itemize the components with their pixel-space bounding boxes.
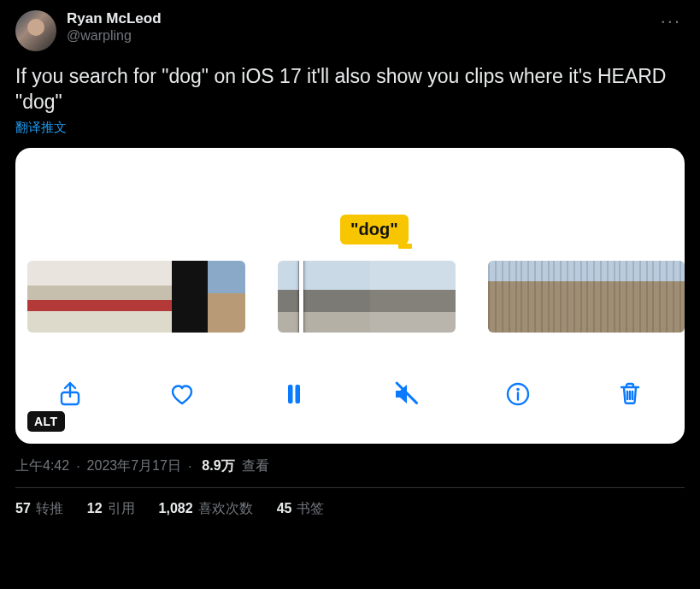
tweet-text: If you search for "dog" on iOS 17 it'll …	[15, 63, 685, 115]
clip-frame	[370, 261, 456, 333]
divider	[15, 487, 685, 488]
clip-group[interactable]	[27, 261, 245, 333]
more-icon[interactable]: ···	[657, 10, 685, 32]
speaker-slash-icon[interactable]	[389, 377, 423, 411]
translate-link[interactable]: 翻译推文	[15, 120, 685, 136]
author-names[interactable]: Ryan McLeod @warpling	[67, 10, 162, 44]
stat-retweets[interactable]: 57转推	[15, 500, 63, 518]
clip-frame	[521, 261, 553, 333]
clip-group[interactable]	[488, 261, 685, 333]
clip-frame	[324, 261, 370, 333]
share-icon[interactable]	[53, 377, 87, 411]
tweet-date[interactable]: 2023年7月17日	[87, 457, 181, 475]
svg-rect-2	[296, 385, 301, 403]
views-count[interactable]: 8.9万	[202, 457, 234, 475]
svg-rect-1	[288, 385, 293, 403]
clip-frame	[208, 261, 245, 333]
info-icon[interactable]	[501, 377, 535, 411]
clip-frame	[488, 261, 521, 333]
stat-quotes[interactable]: 12引用	[87, 500, 135, 518]
clip-frame	[586, 261, 619, 333]
video-scrubber-row[interactable]	[15, 257, 685, 336]
media-toolbar	[15, 367, 685, 421]
tweet-time[interactable]: 上午4:42	[15, 457, 69, 475]
svg-point-5	[516, 388, 520, 392]
tweet-stats-row: 57转推 12引用 1,082喜欢次数 45书签	[15, 500, 685, 518]
playhead[interactable]	[299, 261, 303, 333]
alt-badge[interactable]: ALT	[27, 411, 65, 432]
heart-icon[interactable]	[165, 377, 199, 411]
clip-frame	[99, 261, 135, 333]
clip-frame	[619, 261, 651, 333]
clip-group-active[interactable]	[278, 261, 455, 333]
pause-icon[interactable]	[277, 377, 311, 411]
clip-frame	[63, 261, 99, 333]
avatar[interactable]	[15, 10, 56, 51]
meta-separator: ·	[188, 459, 191, 474]
display-name: Ryan McLeod	[67, 10, 162, 27]
search-term-marker	[398, 244, 412, 249]
media-attachment[interactable]: "dog"	[15, 148, 685, 444]
clip-frame	[172, 261, 208, 333]
search-term-badge: "dog"	[340, 215, 409, 244]
clip-frame	[652, 261, 685, 333]
tweet-meta: 上午4:42 · 2023年7月17日 · 8.9万 查看	[15, 457, 685, 475]
trash-icon[interactable]	[613, 377, 647, 411]
clip-frame	[553, 261, 585, 333]
tweet-header: Ryan McLeod @warpling ···	[15, 10, 685, 51]
stat-bookmarks[interactable]: 45书签	[277, 500, 325, 518]
stat-likes[interactable]: 1,082喜欢次数	[159, 500, 253, 518]
clip-frame	[27, 261, 63, 333]
clip-frame	[136, 261, 172, 333]
tweet-container: Ryan McLeod @warpling ··· If you search …	[0, 0, 700, 589]
handle: @warpling	[67, 27, 162, 44]
views-label: 查看	[242, 457, 269, 475]
meta-separator: ·	[76, 459, 79, 474]
